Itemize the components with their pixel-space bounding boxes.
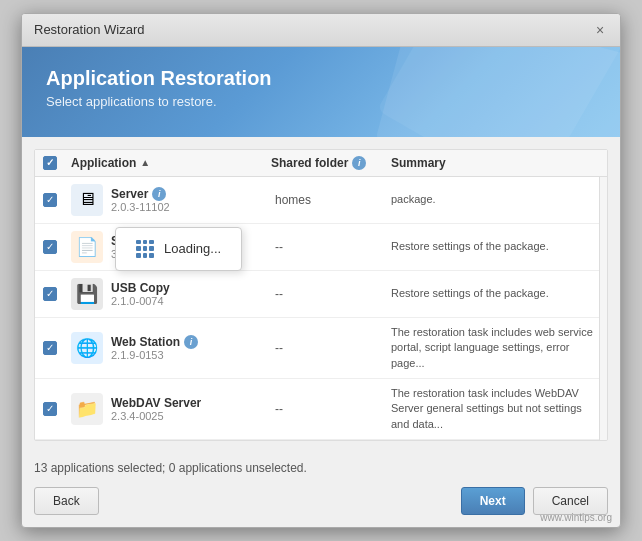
summary-val-server: package. xyxy=(391,192,599,207)
app-icon-usb: 💾 xyxy=(71,278,103,310)
folder-info-icon[interactable]: i xyxy=(352,156,366,170)
page-subtitle: Select applications to restore. xyxy=(46,94,596,109)
app-info-server: 🖥 Server i 2.0.3-11102 xyxy=(71,184,271,216)
checkbox-webdav[interactable] xyxy=(43,402,57,416)
header-summary-col: Summary xyxy=(391,156,599,170)
header-app-label: Application xyxy=(71,156,136,170)
row-checkbox-usb[interactable] xyxy=(43,287,71,301)
table-row: 🖥 Server i 2.0.3-11102 homes package. xyxy=(35,177,607,224)
app-name-usb: USB Copy xyxy=(111,281,271,295)
table-row: 💾 USB Copy 2.1.0-0074 -- Restore setting… xyxy=(35,271,607,318)
app-text-webstation: Web Station i 2.1.9-0153 xyxy=(111,335,271,361)
table-body: 🖥 Server i 2.0.3-11102 homes package. xyxy=(35,177,607,440)
app-text-server: Server i 2.0.3-11102 xyxy=(111,187,271,213)
app-name-webdav: WebDAV Server xyxy=(111,396,271,410)
select-all-checkbox[interactable] xyxy=(43,156,57,170)
footer-buttons: Back Next Cancel xyxy=(22,479,620,527)
sort-arrow-icon: ▲ xyxy=(140,157,150,168)
header-checkbox-col xyxy=(43,156,71,170)
row-checkbox-webstation[interactable] xyxy=(43,341,71,355)
app-version-webstation: 2.1.9-0153 xyxy=(111,349,271,361)
page-title: Application Restoration xyxy=(46,67,596,90)
folder-val-webdav: -- xyxy=(271,402,391,416)
app-text-usb: USB Copy 2.1.0-0074 xyxy=(111,281,271,307)
webstation-info-icon[interactable]: i xyxy=(184,335,198,349)
watermark: www.wintips.org xyxy=(540,512,612,523)
app-icon-webstation: 🌐 xyxy=(71,332,103,364)
folder-val-webstation: -- xyxy=(271,341,391,355)
app-version-usb: 2.1.0-0074 xyxy=(111,295,271,307)
header-folder-label: Shared folder xyxy=(271,156,348,170)
header-folder-col[interactable]: Shared folder i xyxy=(271,156,391,170)
header-app-col[interactable]: Application ▲ xyxy=(71,156,271,170)
row-checkbox-office[interactable] xyxy=(43,240,71,254)
table-header-row: Application ▲ Shared folder i Summary xyxy=(35,150,607,177)
app-name-webstation: Web Station i xyxy=(111,335,271,349)
app-icon-webdav: 📁 xyxy=(71,393,103,425)
applications-table: Application ▲ Shared folder i Summary 🖥 xyxy=(34,149,608,441)
checkbox-webstation[interactable] xyxy=(43,341,57,355)
loading-overlay: Loading... xyxy=(115,227,242,271)
table-row: 📁 WebDAV Server 2.3.4-0025 -- The restor… xyxy=(35,379,607,440)
restoration-wizard-dialog: Restoration Wizard × Application Restora… xyxy=(21,13,621,528)
app-info-webdav: 📁 WebDAV Server 2.3.4-0025 xyxy=(71,393,271,425)
folder-val-office: -- xyxy=(271,240,391,254)
title-bar: Restoration Wizard × xyxy=(22,14,620,47)
checkbox-usb[interactable] xyxy=(43,287,57,301)
footer-status: 13 applications selected; 0 applications… xyxy=(22,453,620,479)
scrollbar-track[interactable] xyxy=(599,177,607,440)
app-icon-server: 🖥 xyxy=(71,184,103,216)
loading-text: Loading... xyxy=(164,241,221,256)
header-banner: Application Restoration Select applicati… xyxy=(22,47,620,137)
summary-val-webstation: The restoration task includes web servic… xyxy=(391,325,599,371)
folder-val-usb: -- xyxy=(271,287,391,301)
checkbox-office[interactable] xyxy=(43,240,57,254)
app-info-webstation: 🌐 Web Station i 2.1.9-0153 xyxy=(71,332,271,364)
cancel-button[interactable]: Cancel xyxy=(533,487,608,515)
dialog-title: Restoration Wizard xyxy=(34,22,145,37)
checkbox-server[interactable] xyxy=(43,193,57,207)
loading-icon xyxy=(136,240,154,258)
app-version-server: 2.0.3-11102 xyxy=(111,201,271,213)
app-version-webdav: 2.3.4-0025 xyxy=(111,410,271,422)
row-checkbox-server[interactable] xyxy=(43,193,71,207)
close-button[interactable]: × xyxy=(592,22,608,38)
app-name-server: Server i xyxy=(111,187,271,201)
summary-val-webdav: The restoration task includes WebDAV Ser… xyxy=(391,386,599,432)
summary-val-office: Restore settings of the package. xyxy=(391,239,599,254)
summary-val-usb: Restore settings of the package. xyxy=(391,286,599,301)
folder-val-server: homes xyxy=(271,193,391,207)
app-text-webdav: WebDAV Server 2.3.4-0025 xyxy=(111,396,271,422)
back-button[interactable]: Back xyxy=(34,487,99,515)
app-info-usb: 💾 USB Copy 2.1.0-0074 xyxy=(71,278,271,310)
app-icon-office: 📄 xyxy=(71,231,103,263)
next-button[interactable]: Next xyxy=(461,487,525,515)
row-checkbox-webdav[interactable] xyxy=(43,402,71,416)
server-info-icon[interactable]: i xyxy=(152,187,166,201)
table-row: 🌐 Web Station i 2.1.9-0153 -- The restor… xyxy=(35,318,607,379)
header-summary-label: Summary xyxy=(391,156,446,170)
right-button-group: Next Cancel xyxy=(461,487,608,515)
